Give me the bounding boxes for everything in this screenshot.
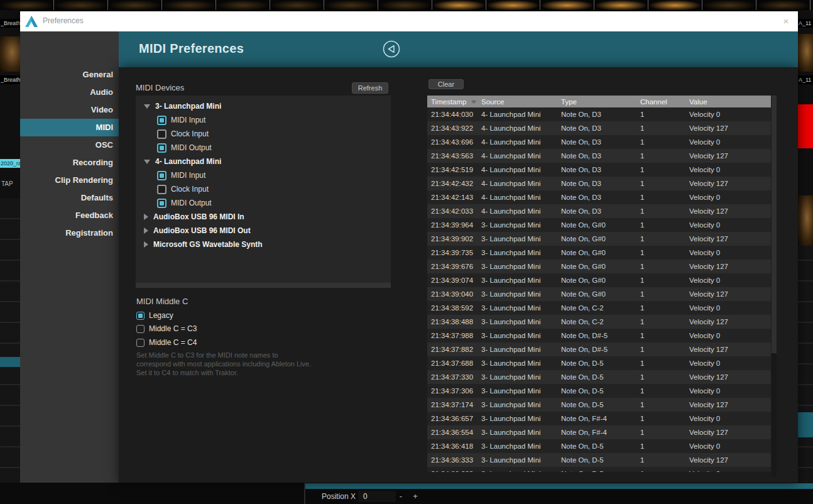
checkbox-checked[interactable]	[157, 171, 166, 180]
cell: 3- Launchpad Mini	[481, 442, 561, 450]
cell: 1	[640, 180, 689, 187]
cell: Note On, D3	[561, 152, 640, 160]
middle-c-option: Middle C = C4	[136, 337, 197, 348]
back-button[interactable]	[382, 40, 401, 58]
close-icon[interactable]: ×	[780, 16, 792, 26]
position-x-increment-button[interactable]: +	[410, 491, 420, 502]
cell: Velocity 0	[689, 111, 771, 118]
cell: Velocity 127	[689, 124, 771, 132]
cell: 1	[640, 332, 689, 339]
sidebar-item-osc[interactable]: OSC	[20, 136, 119, 154]
selected-layer-row	[0, 357, 20, 367]
expand-triangle-icon[interactable]	[144, 227, 148, 234]
clip-label: _Breath	[0, 75, 20, 84]
sidebar-item-midi[interactable]: MIDI	[20, 119, 119, 136]
cell: 1	[640, 387, 689, 395]
horizontal-scrollbar[interactable]	[136, 283, 391, 288]
position-x-decrement-button[interactable]: -	[396, 491, 406, 502]
port-label: Clock Input	[171, 185, 209, 194]
device-row[interactable]: 4- Launchpad Mini	[136, 155, 391, 168]
clip-thumbnail	[108, 0, 162, 10]
cell: Note On, D3	[561, 138, 640, 146]
device-row[interactable]: AudioBox USB 96 MIDI In	[136, 210, 391, 224]
sidebar-item-audio[interactable]: Audio	[20, 84, 119, 101]
clip-thumbnail	[162, 0, 216, 10]
sidebar-item-video[interactable]: Video	[20, 101, 119, 119]
cell: 21:34:38:488	[431, 318, 481, 326]
cell: 21:34:36:554	[431, 429, 481, 436]
cell: 21:34:42:143	[431, 194, 481, 201]
cell: 4- Launchpad Mini	[481, 111, 561, 118]
cell: 21:34:36:228	[431, 470, 481, 472]
cell: Note On, D#-5	[561, 346, 640, 353]
column-header-type[interactable]: Type	[561, 98, 640, 106]
checkbox-checked[interactable]	[136, 312, 145, 320]
expand-triangle-icon[interactable]	[144, 241, 148, 248]
checkbox-checked[interactable]	[157, 199, 166, 208]
checkbox-checked[interactable]	[157, 143, 166, 153]
dialog-titlebar[interactable]: Preferences ×	[20, 11, 798, 31]
column-header-channel[interactable]: Channel	[640, 98, 689, 106]
clip-thumbnail	[486, 0, 540, 10]
cell: Note On, G#0	[561, 249, 640, 256]
midi-event-row: 21:34:42:1434- Launchpad MiniNote On, D3…	[427, 190, 771, 204]
cell: Velocity 0	[689, 304, 771, 312]
position-x-value[interactable]: 0	[358, 491, 396, 502]
clip-thumbnail	[216, 0, 270, 10]
sidebar-item-recording[interactable]: Recording	[20, 154, 119, 172]
cell: 21:34:43:563	[431, 152, 481, 160]
column-header-value[interactable]: Value	[689, 98, 771, 106]
column-header-source[interactable]: Source	[481, 98, 561, 106]
cell: 1	[640, 429, 689, 436]
clear-button[interactable]: Clear	[428, 79, 464, 89]
device-row[interactable]: AudioBox USB 96 MIDI Out	[136, 224, 391, 238]
checkbox-unchecked[interactable]	[157, 129, 166, 139]
clip-thumbnail	[798, 34, 813, 72]
vertical-scrollbar[interactable]	[772, 96, 777, 477]
cell: Velocity 127	[689, 180, 771, 187]
refresh-button[interactable]: Refresh	[352, 82, 388, 94]
checkbox-unchecked[interactable]	[136, 339, 145, 347]
cell: 1	[640, 152, 689, 160]
checkbox-unchecked[interactable]	[157, 185, 166, 194]
sidebar-item-general[interactable]: General	[20, 66, 119, 84]
device-port-row: MIDI Output	[136, 141, 391, 155]
cell: Velocity 0	[689, 221, 771, 229]
cell: 3- Launchpad Mini	[481, 415, 561, 422]
sidebar-item-feedback[interactable]: Feedback	[20, 207, 119, 224]
cell: Note On, D-5	[561, 373, 640, 381]
cell: 21:34:42:432	[431, 180, 481, 187]
midi-event-row: 21:34:39:7353- Launchpad MiniNote On, G#…	[427, 246, 771, 260]
cell: 21:34:37:688	[431, 359, 481, 367]
sidebar-item-clip-rendering[interactable]: Clip Rendering	[20, 172, 119, 189]
cell: 4- Launchpad Mini	[481, 180, 561, 187]
checkbox-checked[interactable]	[157, 116, 166, 125]
collapse-triangle-icon[interactable]	[144, 104, 150, 109]
cell: 1	[640, 442, 689, 450]
midi-event-row: 21:34:43:9224- Launchpad MiniNote On, D3…	[427, 121, 771, 135]
clip-thumbnail	[324, 0, 378, 10]
sidebar-item-defaults[interactable]: Defaults	[20, 189, 119, 207]
cell: 21:34:39:676	[431, 263, 481, 270]
cell: Velocity 0	[689, 359, 771, 367]
expand-triangle-icon[interactable]	[144, 214, 148, 220]
device-row[interactable]: 3- Launchpad Mini	[136, 99, 391, 113]
cell: 1	[640, 346, 689, 353]
device-port-row: MIDI Output	[136, 196, 391, 210]
sidebar-item-registration[interactable]: Registration	[20, 224, 119, 242]
collapse-triangle-icon[interactable]	[144, 160, 150, 164]
cell: Note On, F#-4	[561, 415, 640, 422]
column-header-timestamp[interactable]: Timestamp	[431, 98, 481, 106]
cell: 1	[640, 415, 689, 422]
midi-event-row: 21:34:37:8823- Launchpad MiniNote On, D#…	[427, 342, 771, 356]
midi-event-row: 21:34:37:6883- Launchpad MiniNote On, D-…	[427, 356, 771, 370]
checkbox-unchecked[interactable]	[136, 325, 145, 333]
midi-event-row: 21:34:36:4183- Launchpad MiniNote On, D-…	[427, 439, 771, 453]
cell: Note On, D-5	[561, 456, 640, 464]
cell: 3- Launchpad Mini	[481, 470, 561, 472]
device-name: AudioBox USB 96 MIDI In	[153, 212, 244, 221]
scrollbar-handle[interactable]	[772, 96, 777, 353]
cell: Velocity 127	[689, 456, 771, 464]
cell: Velocity 0	[689, 415, 771, 422]
device-row[interactable]: Microsoft GS Wavetable Synth	[136, 238, 391, 251]
